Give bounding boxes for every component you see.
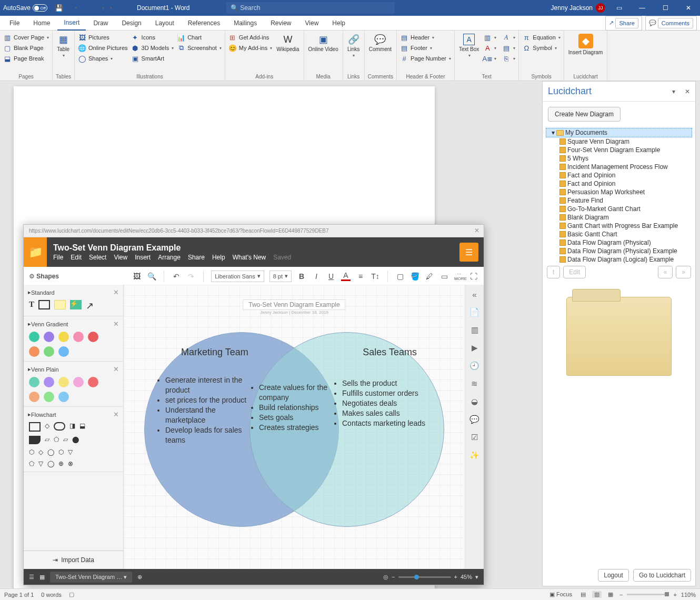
stack-icon[interactable]: ≋ — [471, 379, 478, 388]
font-size-select[interactable]: 8 pt ▾ — [269, 271, 292, 282]
3d-models-button[interactable]: ⬢3D Models▾ — [131, 43, 174, 53]
block-shape[interactable]: ⚡ — [70, 300, 82, 309]
venn-color-shape[interactable] — [29, 377, 39, 387]
text-options-icon[interactable]: T↕ — [371, 272, 380, 281]
venn-left-label[interactable]: Marketing Team — [181, 347, 248, 358]
smartart-button[interactable]: ▣SmartArt — [131, 54, 174, 63]
venn-item[interactable]: Understand the marketplace — [165, 405, 249, 425]
symbol-button[interactable]: ΩSymbol▾ — [522, 43, 560, 53]
venn-color-shape[interactable] — [44, 346, 54, 357]
venn-item[interactable]: set prices for the product — [165, 395, 249, 405]
footer-button[interactable]: ▤Footer▾ — [400, 43, 451, 53]
zoom-value[interactable]: 110% — [681, 592, 696, 598]
spelling-icon[interactable]: ▢ — [69, 591, 74, 598]
bold-icon[interactable]: B — [297, 272, 306, 281]
chat-icon[interactable]: 💬 — [469, 415, 479, 424]
venn-item[interactable]: Fulfills customer orders — [342, 388, 437, 398]
magic-icon[interactable]: ✨ — [469, 451, 479, 460]
zoom-slider[interactable] — [398, 576, 451, 578]
text-box-button[interactable]: AText Box▾ — [458, 33, 480, 59]
maximize-icon[interactable]: ☐ — [654, 0, 677, 16]
tree-item[interactable]: Fact and Opinion — [546, 179, 692, 188]
undo-icon[interactable]: ↶ — [172, 272, 181, 281]
save-icon[interactable]: 💾 — [55, 4, 63, 12]
tree-item[interactable]: Square Venn Diagram — [546, 137, 692, 146]
venn-item[interactable]: Generate interest in the product — [165, 375, 249, 395]
venn-color-shape[interactable] — [73, 377, 84, 387]
insert-diagram-button[interactable]: ◆Insert Diagram — [567, 33, 604, 56]
page-number-button[interactable]: #Page Number▾ — [400, 54, 451, 63]
menu-insert[interactable]: Insert — [135, 254, 151, 261]
view-print-icon[interactable]: ▥ — [592, 591, 602, 598]
word-count[interactable]: 0 words — [41, 592, 62, 598]
venn-item[interactable]: Develop leads for sales teams — [165, 425, 249, 445]
hamburger-icon[interactable]: ☰ — [459, 243, 478, 262]
doc-icon[interactable]: 📄 — [469, 307, 479, 317]
zoom-value[interactable]: 45% — [461, 574, 472, 580]
venn-color-shape[interactable] — [29, 346, 39, 357]
get-addins-button[interactable]: ⊞Get Add-ins — [228, 33, 272, 42]
tree-item[interactable]: Go-To-Market Gantt Chart — [546, 205, 692, 213]
lucidchart-logo-icon[interactable]: 📁 — [24, 237, 47, 267]
menu-file[interactable]: File — [53, 254, 63, 261]
view-web-icon[interactable]: ▦ — [606, 591, 615, 598]
undo-icon[interactable]: ↶▾ — [68, 4, 77, 12]
checklist-icon[interactable]: ☑ — [471, 433, 478, 442]
add-page-icon[interactable]: ⊕ — [137, 574, 142, 581]
icons-button[interactable]: ✦Icons — [131, 33, 174, 42]
page-break-button[interactable]: ⬓Page Break — [3, 54, 49, 63]
tree-item[interactable]: Incident Management Process Flow — [546, 163, 692, 171]
avatar[interactable]: JJ — [596, 3, 605, 13]
tree-item[interactable]: Four-Set Venn Diagram Example — [546, 146, 692, 154]
cover-page-button[interactable]: ▥Cover Page▾ — [3, 33, 49, 42]
ribbon-display-icon[interactable]: ▭ — [607, 0, 631, 16]
dropcap-icon[interactable]: A≣▾ ⎘▾ — [483, 54, 515, 63]
document-tree[interactable]: ▾My Documents Square Venn DiagramFour-Se… — [543, 127, 695, 264]
page-indicator[interactable]: Page 1 of 1 — [4, 592, 34, 598]
quickparts-icon[interactable]: ▥▾ 𝐴▾ — [483, 33, 515, 42]
text-color-icon[interactable]: A — [341, 271, 351, 281]
align-icon[interactable]: ≡ — [356, 272, 365, 281]
editor-close-icon[interactable]: ✕ — [474, 227, 479, 234]
shapes-button[interactable]: ◯Shapes▾ — [78, 54, 128, 63]
page-tab[interactable]: Two-Set Venn Diagram … ▾ — [50, 572, 132, 583]
image-icon[interactable]: 🖼 — [132, 272, 142, 281]
online-pictures-button[interactable]: 🌐Online Pictures — [78, 43, 128, 53]
grid-view-icon[interactable]: ▦ — [39, 574, 45, 581]
menu-view[interactable]: View — [114, 254, 127, 261]
venn-color-shape[interactable] — [44, 377, 54, 387]
tree-item[interactable]: Fact and Opinion — [546, 171, 692, 179]
layers-icon[interactable]: ▥ — [471, 325, 478, 335]
tree-item[interactable]: Persuasion Map Worksheet — [546, 188, 692, 196]
underline-icon[interactable]: U — [326, 272, 336, 281]
rect-shape[interactable] — [38, 300, 50, 309]
tab-draw[interactable]: Draw — [87, 16, 114, 31]
panel-close-icon[interactable]: ✕ — [685, 88, 690, 95]
wordart-icon[interactable]: A▾ ▤▾ — [483, 43, 515, 53]
chart-button[interactable]: 📊Chart — [177, 33, 222, 42]
zoom-out-icon[interactable]: − — [392, 574, 395, 580]
my-addins-button[interactable]: 😊My Add-ins▾ — [228, 43, 272, 53]
editor-title[interactable]: Two-Set Venn Diagram Example — [53, 243, 291, 253]
zoom-slider[interactable] — [627, 594, 669, 595]
menu-edit[interactable]: Edit — [71, 254, 82, 261]
shapes-toggle[interactable]: ⚙ Shapes — [29, 273, 59, 280]
pictures-button[interactable]: 🖼Pictures — [78, 33, 128, 42]
tab-design[interactable]: Design — [115, 16, 147, 31]
tree-item[interactable]: Gantt Chart with Progress Bar Example — [546, 222, 692, 230]
zoom-in-icon[interactable]: + — [454, 574, 457, 580]
list-view-icon[interactable]: ☰ — [29, 574, 34, 581]
tree-item[interactable]: Feature Find — [546, 196, 692, 205]
present-icon[interactable]: ▶ — [472, 343, 478, 353]
text-shape[interactable]: T — [29, 300, 34, 312]
theme-icon[interactable]: ◒ — [471, 397, 478, 406]
venn-item[interactable]: Sets goals — [259, 413, 333, 423]
bucket-icon[interactable]: 🪣 — [410, 272, 419, 281]
venn-item[interactable]: Sells the product — [342, 378, 437, 388]
tab-review[interactable]: Review — [264, 16, 297, 31]
panel-dropdown-icon[interactable]: ▾ — [672, 88, 675, 95]
menu-share[interactable]: Share — [188, 254, 205, 261]
tab-help[interactable]: Help — [326, 16, 352, 31]
history-icon[interactable]: 🕘 — [469, 361, 479, 371]
autosave-toggle[interactable]: AutoSave Off — [3, 4, 47, 12]
